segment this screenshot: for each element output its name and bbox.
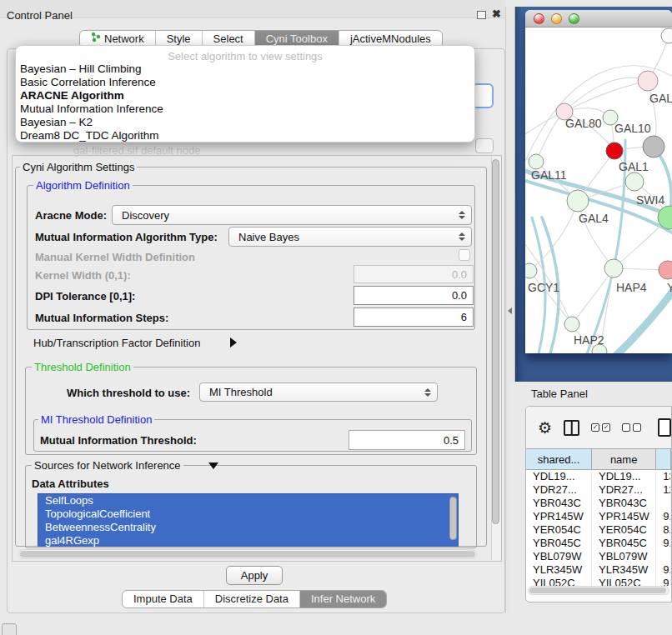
- mi-threshold-group-title: MI Threshold Definition: [38, 413, 154, 426]
- select-all-icon[interactable]: ✓✓: [591, 423, 610, 432]
- attribute-item-gal4rgexp[interactable]: gal4RGexp: [38, 534, 458, 548]
- network-node[interactable]: [638, 71, 658, 91]
- network-node[interactable]: [567, 190, 589, 212]
- which-threshold-value: MI Threshold: [209, 386, 273, 398]
- attribute-item-betweennesscentrality[interactable]: BetweennessCentrality: [38, 521, 458, 534]
- deselect-all-icon[interactable]: [622, 423, 641, 432]
- aracne-mode-combobox[interactable]: Discovery: [112, 205, 472, 225]
- table-row[interactable]: YDR27...YDR27...12: [526, 483, 671, 497]
- network-node[interactable]: [529, 154, 544, 169]
- table-horizontal-scrollbar-thumb[interactable]: [529, 588, 666, 593]
- network-edge: [564, 78, 648, 112]
- algorithm-option-mutual-information-inference[interactable]: Mutual Information Inference: [16, 102, 474, 116]
- column-header-name[interactable]: name: [592, 449, 656, 469]
- data-attributes-label: Data Attributes: [32, 478, 109, 490]
- network-node[interactable]: [625, 172, 644, 191]
- tab-discretize-data[interactable]: Discretize Data: [203, 591, 299, 608]
- hub-section-label[interactable]: Hub/Transcription Factor Definition: [33, 337, 200, 349]
- table-cell: YDR27...: [592, 483, 656, 497]
- app-root: Control Panel ✖ NetworkStyleSelectCyni T…: [0, 0, 672, 635]
- aracne-mode-label: Aracne Mode:: [35, 209, 107, 222]
- node-label-gal11: GAL11: [531, 168, 567, 182]
- dpi-tolerance-label: DPI Tolerance [0,1]:: [35, 290, 135, 302]
- table-cell: YLR345W: [592, 563, 656, 577]
- algorithm-popup: Select algorithm to view settings Bayesi…: [15, 45, 475, 142]
- column-header-shared[interactable]: shared...: [526, 449, 592, 469]
- sources-collapse-icon[interactable]: [208, 462, 218, 469]
- minimized-panel-button[interactable]: [2, 623, 17, 635]
- network-node[interactable]: [604, 259, 623, 278]
- node-table-combobox-fragment[interactable]: [475, 138, 494, 153]
- table-row[interactable]: YBL079WYBL079W: [526, 550, 671, 563]
- table-cell: [656, 550, 671, 563]
- network-node[interactable]: [606, 142, 623, 159]
- network-node[interactable]: [564, 317, 579, 332]
- table-cell: YDL19...: [526, 470, 592, 483]
- table-cell: YDL19...: [592, 470, 656, 483]
- mi-type-combobox[interactable]: Naive Bayes: [228, 227, 472, 247]
- gear-icon[interactable]: ⚙: [538, 420, 552, 436]
- tab-impute-data[interactable]: Impute Data: [123, 591, 203, 608]
- table-row[interactable]: YPR145WYPR145W9.: [526, 510, 671, 523]
- table-horizontal-scrollbar[interactable]: [528, 586, 669, 595]
- import-table-icon[interactable]: [658, 418, 671, 437]
- algorithm-option-basic-correlation-inference[interactable]: Basic Correlation Inference: [16, 76, 474, 89]
- dpi-tolerance-field[interactable]: 0.0: [354, 286, 474, 305]
- manual-kernel-checkbox[interactable]: [459, 249, 470, 261]
- minimize-window-icon[interactable]: [551, 13, 562, 24]
- table-cell: [656, 497, 671, 510]
- table-cell: YBL079W: [526, 550, 592, 563]
- attribute-item-topologicalcoefficient[interactable]: TopologicalCoefficient: [38, 508, 458, 521]
- mi-steps-field[interactable]: 6: [354, 308, 474, 327]
- node-label-gal80: GAL80: [565, 117, 602, 130]
- network-node[interactable]: [659, 261, 672, 279]
- close-panel-icon[interactable]: ✖: [492, 8, 501, 20]
- network-view-window: GALGAL80GAL10GAL11GAL1SWI4GAL4GCY1HAP4YH…: [525, 10, 672, 353]
- cyni-bottom-tabs: Impute DataDiscretize DataInfer Network: [122, 590, 387, 608]
- algorithm-options-list: Bayesian – Hill ClimbingBasic Correlatio…: [16, 62, 474, 142]
- attribute-item-selfloops[interactable]: SelfLoops: [38, 494, 458, 508]
- data-attributes-list: SelfLoopsTopologicalCoefficientBetweenne…: [38, 493, 459, 547]
- settings-horizontal-scrollbar[interactable]: [18, 549, 477, 559]
- close-window-icon[interactable]: [534, 13, 544, 24]
- network-window-titlebar[interactable]: [525, 10, 672, 28]
- node-table-combobox-text: gal-filtered.sif default node: [73, 144, 200, 157]
- network-node[interactable]: [661, 28, 672, 43]
- hub-expand-icon[interactable]: [230, 338, 237, 348]
- splitter-collapse-icon[interactable]: [508, 308, 512, 314]
- which-threshold-combobox[interactable]: MI Threshold: [199, 382, 438, 402]
- algorithm-option-bayesian-k2[interactable]: Bayesian – K2: [16, 116, 474, 129]
- table-cell: 9.: [656, 510, 671, 523]
- table-row[interactable]: YER054CYER054C8.: [526, 523, 671, 537]
- algorithm-option-bayesian-hill-climbing[interactable]: Bayesian – Hill Climbing: [16, 62, 474, 76]
- network-canvas[interactable]: GALGAL80GAL10GAL11GAL1SWI4GAL4GCY1HAP4YH…: [525, 28, 672, 353]
- apply-button[interactable]: Apply: [226, 566, 283, 585]
- attributes-list-scrollbar-thumb[interactable]: [449, 497, 457, 540]
- sources-group-title[interactable]: Sources for Network Inference: [32, 459, 183, 472]
- table-row[interactable]: YIL052CYIL052C9: [526, 577, 671, 586]
- float-panel-icon[interactable]: [477, 11, 486, 19]
- tab-infer-network[interactable]: Infer Network: [299, 591, 386, 608]
- kernel-width-field[interactable]: 0.0: [354, 265, 474, 283]
- settings-horizontal-scrollbar-thumb[interactable]: [20, 551, 475, 558]
- node-label-gal: GAL: [649, 92, 672, 105]
- column-manager-icon[interactable]: [564, 420, 579, 436]
- table-row[interactable]: YBR043CYBR043C: [526, 497, 671, 510]
- network-node[interactable]: [525, 263, 537, 278]
- network-node[interactable]: [643, 136, 664, 158]
- table-row[interactable]: YBR045CYBR045C9.: [526, 537, 671, 550]
- aracne-mode-value: Discovery: [122, 209, 169, 222]
- mi-threshold-field[interactable]: 0.5: [349, 430, 465, 450]
- node-label-swi4: SWI4: [636, 193, 664, 207]
- table-body: YDL19...YDL19...13YDR27...YDR27...12YBR0…: [526, 470, 671, 586]
- mi-threshold-label: Mutual Information Threshold:: [40, 434, 197, 447]
- algorithm-option-aracne-algorithm[interactable]: ARACNE Algorithm: [16, 89, 474, 102]
- zoom-window-icon[interactable]: [569, 13, 579, 24]
- table-row[interactable]: YLR345WYLR345W9.: [526, 563, 671, 577]
- table-row[interactable]: YDL19...YDL19...13: [526, 470, 671, 483]
- column-header-2[interactable]: [656, 449, 671, 469]
- settings-vertical-scrollbar-thumb[interactable]: [492, 159, 499, 524]
- table-cell: 9.: [656, 537, 671, 550]
- algorithm-option-dream8-dc-tdc-algorithm[interactable]: Dream8 DC_TDC Algorithm: [16, 129, 474, 142]
- combo-stepper-icon: [459, 232, 465, 241]
